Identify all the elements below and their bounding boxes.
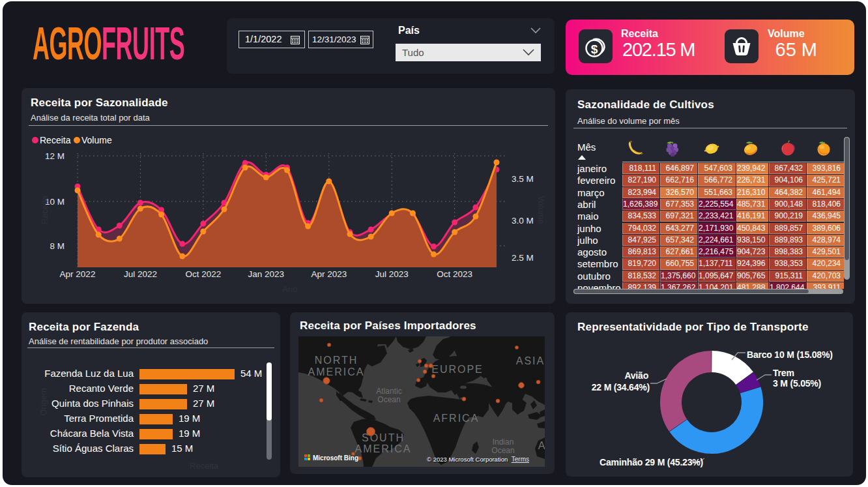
svg-text:Microsoft Bing: Microsoft Bing — [313, 454, 358, 462]
svg-text:2.5 M: 2.5 M — [512, 253, 534, 263]
svg-text:NORTH: NORTH — [315, 355, 358, 366]
svg-text:© 2023 Microsoft Corporation: © 2023 Microsoft Corporation — [427, 456, 508, 463]
svg-text:Apr 2023: Apr 2023 — [311, 269, 347, 279]
svg-text:3.5 M: 3.5 M — [512, 174, 534, 184]
svg-text:3.0 M: 3.0 M — [512, 216, 534, 226]
svg-text:Ocean: Ocean — [491, 446, 514, 455]
svg-text:Indian: Indian — [493, 437, 514, 447]
svg-text:Receita: Receita — [40, 195, 50, 224]
svg-text:AMERICA: AMERICA — [308, 366, 365, 377]
svg-text:Ano: Ano — [282, 284, 297, 294]
svg-text:Apr 2022: Apr 2022 — [60, 269, 96, 279]
svg-text:Jul 2022: Jul 2022 — [124, 269, 157, 279]
svg-text:Oct 2022: Oct 2022 — [186, 269, 222, 279]
svg-text:Volume: Volume — [536, 196, 546, 224]
svg-text:A: A — [538, 440, 545, 451]
svg-text:Jan 2023: Jan 2023 — [248, 269, 285, 279]
svg-text:Ocean: Ocean — [377, 395, 400, 404]
svg-text:12 M: 12 M — [45, 151, 65, 161]
svg-text:8 M: 8 M — [50, 241, 65, 251]
svg-text:Terms: Terms — [512, 456, 529, 463]
svg-text:$: $ — [591, 42, 598, 56]
svg-text:EUROPE: EUROPE — [431, 364, 484, 375]
svg-text:AFRICA: AFRICA — [433, 413, 480, 424]
svg-text:Atlantic: Atlantic — [376, 387, 401, 396]
svg-text:AMERICA: AMERICA — [355, 443, 412, 454]
svg-text:ASIA: ASIA — [516, 355, 545, 366]
svg-text:Jul 2023: Jul 2023 — [375, 269, 409, 279]
svg-text:Oct 2023: Oct 2023 — [437, 269, 472, 279]
